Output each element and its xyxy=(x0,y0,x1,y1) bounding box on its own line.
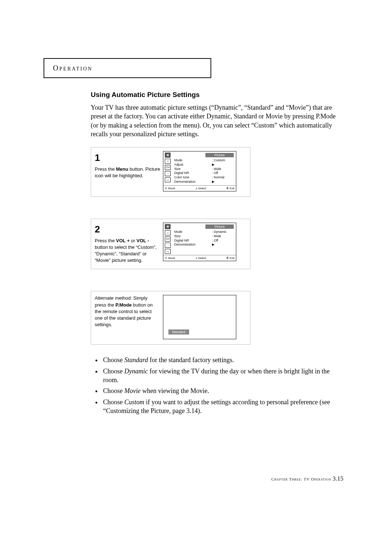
step-1-text: 1 Press the Menu button. Picture icon wi… xyxy=(95,151,160,191)
page-footer: Chapter Three: TV Operation 3.15 xyxy=(271,475,343,482)
function-icon: ⋯ xyxy=(165,171,171,176)
osd-1-title: Picture xyxy=(205,153,234,157)
step-3-screen: Standard xyxy=(163,295,246,339)
picture-icon: ▣ xyxy=(165,153,171,158)
tv-screen: Standard xyxy=(163,295,236,339)
osd-2-title: Picture xyxy=(205,224,234,229)
osd-icon-column: ▣ ♫ CH ⋯ ▭ xyxy=(163,223,172,255)
osd-1-footer: ⇕ Move ± Select Ⅲ Exit xyxy=(163,185,236,191)
setup-icon: ▭ xyxy=(165,177,171,182)
step-2-text: 2 Press the VOL + or VOL - button to sel… xyxy=(95,223,160,264)
step-3-row: Alternate method: Simply press the P.Mod… xyxy=(91,291,250,345)
intro-paragraph: Your TV has three automatic picture sett… xyxy=(91,103,345,138)
channel-icon: CH xyxy=(165,236,171,242)
osd-2: ▣ ♫ CH ⋯ ▭ Picture Mode: Dynamic Size: W… xyxy=(163,223,236,261)
step-2-number: 2 xyxy=(95,223,160,236)
bullet-item: Choose Standard for the standard factory… xyxy=(102,356,345,364)
osd-2-footer: ⇕ Move ± Select Ⅲ Exit xyxy=(163,255,236,261)
step-2-osd: ▣ ♫ CH ⋯ ▭ Picture Mode: Dynamic Size: W… xyxy=(163,223,246,264)
function-icon: ⋯ xyxy=(165,243,171,248)
content: Using Automatic Picture Settings Your TV… xyxy=(91,91,345,415)
channel-icon: CH xyxy=(165,165,171,170)
section-title: Using Automatic Picture Settings xyxy=(91,91,345,99)
bullet-item: Choose Movie when viewing the Movie. xyxy=(102,386,345,395)
setup-icon: ▭ xyxy=(165,249,171,254)
picture-icon: ▣ xyxy=(165,224,171,229)
page-number: 3.15 xyxy=(332,475,343,482)
step-3-text: Alternate method: Simply press the P.Mod… xyxy=(95,295,160,339)
osd-icon-column: ▣ ♫ CH ⋯ ▭ xyxy=(163,151,172,185)
bullet-item: Choose Custom if you want to adjust the … xyxy=(102,398,345,416)
manual-page: Operation Using Automatic Picture Settin… xyxy=(0,0,392,555)
bullet-item: Choose Dynamic for viewing the TV during… xyxy=(102,367,345,385)
step-1-osd: ▣ ♫ CH ⋯ ▭ Picture Mode: Custom Adjust▶ … xyxy=(163,151,246,191)
bullet-list: Choose Standard for the standard factory… xyxy=(91,356,345,415)
header-text: Operation xyxy=(53,64,93,72)
chapter-label: Chapter Three: TV Operation xyxy=(271,477,332,481)
pmode-label: Standard xyxy=(168,329,189,335)
osd-1: ▣ ♫ CH ⋯ ▭ Picture Mode: Custom Adjust▶ … xyxy=(163,151,236,191)
step-1-row: 1 Press the Menu button. Picture icon wi… xyxy=(91,147,250,197)
header-box: Operation xyxy=(44,58,211,78)
step-2-row: 2 Press the VOL + or VOL - button to sel… xyxy=(91,219,250,269)
sound-icon: ♫ xyxy=(165,159,171,164)
sound-icon: ♫ xyxy=(165,230,171,235)
step-1-number: 1 xyxy=(95,151,160,164)
